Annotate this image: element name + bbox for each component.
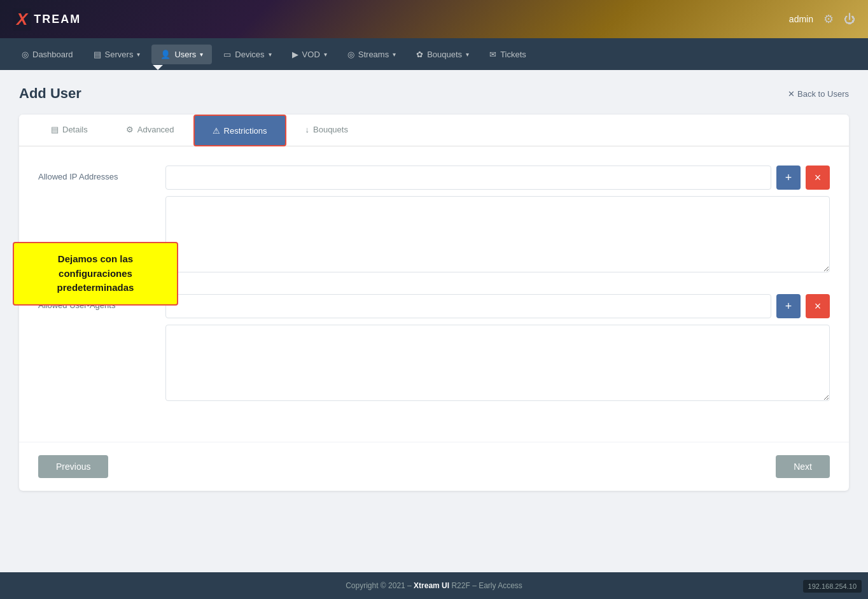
sidebar-item-dashboard[interactable]: ◎ Dashboard — [13, 45, 82, 64]
back-label: Back to Users — [797, 89, 849, 99]
sidebar-item-vod[interactable]: ▶ VOD ▾ — [283, 45, 336, 64]
chevron-down-icon: ▾ — [466, 51, 469, 58]
tab-label: Restrictions — [224, 126, 267, 136]
tab-advanced[interactable]: ⚙ Advanced — [107, 115, 193, 146]
allowed-ua-input[interactable] — [165, 294, 771, 318]
annotation-box: Dejamos con las configuracionespredeterm… — [13, 242, 178, 306]
logo: X TREAM — [13, 8, 81, 31]
allowed-ua-controls: + × — [165, 294, 830, 404]
logo-x: X — [13, 8, 31, 31]
allowed-ip-input[interactable] — [165, 166, 771, 190]
subnav: ◎ Dashboard ▤ Servers ▾ 👤 Users ▾ ▭ Devi… — [0, 38, 868, 70]
back-to-users-link[interactable]: ✕ Back to Users — [788, 89, 849, 99]
power-icon[interactable]: ⏻ — [844, 13, 855, 26]
topnav-right: admin ⚙ ⏻ — [789, 12, 855, 26]
tickets-icon: ✉ — [489, 50, 496, 59]
page-header: Add User ✕ Back to Users — [19, 85, 849, 102]
sidebar-item-devices[interactable]: ▭ Devices ▾ — [214, 45, 280, 64]
form-footer: Previous Next — [19, 442, 849, 491]
sidebar-item-servers[interactable]: ▤ Servers ▾ — [85, 45, 150, 64]
tab-label: Advanced — [137, 125, 174, 134]
sidebar-item-streams[interactable]: ◎ Streams ▾ — [339, 45, 405, 64]
admin-label: admin — [789, 14, 813, 24]
chevron-down-icon: ▾ — [393, 51, 396, 58]
topnav: X TREAM admin ⚙ ⏻ — [0, 0, 868, 38]
active-indicator — [153, 65, 163, 70]
chevron-down-icon: ▾ — [324, 51, 327, 58]
bouquets-tab-icon: ↓ — [305, 125, 310, 134]
remove-ip-button[interactable]: × — [806, 166, 830, 190]
sidebar-item-bouquets[interactable]: ✿ Bouquets ▾ — [407, 45, 478, 64]
back-icon: ✕ — [788, 89, 795, 99]
logo-text: TREAM — [34, 13, 81, 26]
chevron-down-icon: ▾ — [269, 51, 272, 58]
sidebar-item-label: Users — [174, 50, 196, 59]
footer-brand: Xtream UI — [414, 581, 449, 590]
vod-icon: ▶ — [292, 50, 298, 59]
add-ip-button[interactable]: + — [776, 166, 801, 190]
sidebar-item-label: Bouquets — [427, 50, 462, 59]
tab-restrictions[interactable]: ⚠ Restrictions — [193, 115, 286, 146]
page-footer: Copyright © 2021 – Xtream UI R22F – Earl… — [0, 572, 868, 599]
sidebar-item-label: Servers — [105, 50, 134, 59]
sidebar-item-label: Streams — [358, 50, 389, 59]
devices-icon: ▭ — [223, 50, 231, 59]
previous-button[interactable]: Previous — [38, 455, 108, 478]
allowed-ip-input-row: + × — [165, 166, 830, 190]
allowed-ua-row: Allowed User-Agents + × — [38, 294, 830, 404]
page-title: Add User — [19, 85, 81, 102]
allowed-ua-textarea[interactable] — [165, 325, 830, 401]
sidebar-item-tickets[interactable]: ✉ Tickets — [480, 45, 535, 64]
restrictions-icon: ⚠ — [213, 126, 220, 136]
main-content: Add User ✕ Back to Users ▤ Details ⚙ Adv… — [0, 70, 868, 572]
streams-icon: ◎ — [347, 50, 354, 59]
chevron-down-icon: ▾ — [200, 51, 203, 58]
chevron-down-icon: ▾ — [137, 51, 140, 58]
sidebar-item-label: Dashboard — [32, 50, 73, 59]
tab-label: Details — [62, 125, 88, 134]
tab-bouquets[interactable]: ↓ Bouquets — [286, 115, 367, 146]
tab-bar: ▤ Details ⚙ Advanced ⚠ Restrictions ↓ Bo… — [19, 115, 849, 146]
add-ua-button[interactable]: + — [776, 294, 801, 318]
servers-icon: ▤ — [94, 50, 101, 59]
remove-ua-button[interactable]: × — [806, 294, 830, 318]
settings-icon[interactable]: ⚙ — [823, 12, 834, 26]
allowed-ip-label: Allowed IP Addresses — [38, 166, 153, 181]
details-icon: ▤ — [51, 125, 59, 134]
allowed-ip-controls: + × — [165, 166, 830, 275]
allowed-ip-textarea[interactable] — [165, 196, 830, 272]
bouquets-icon: ✿ — [416, 50, 423, 59]
sidebar-item-label: Devices — [235, 50, 264, 59]
tab-details[interactable]: ▤ Details — [32, 115, 107, 146]
dashboard-icon: ◎ — [22, 50, 29, 59]
tab-label: Bouquets — [313, 125, 348, 134]
advanced-icon: ⚙ — [126, 125, 134, 134]
footer-version: R22F – Early Access — [451, 581, 522, 590]
annotation-text: Dejamos con las configuracionespredeterm… — [57, 253, 134, 293]
footer-text: Copyright © 2021 – — [346, 581, 414, 590]
allowed-ua-input-row: + × — [165, 294, 830, 318]
ip-badge: 192.168.254.10 — [803, 580, 862, 593]
sidebar-item-label: Tickets — [500, 50, 526, 59]
users-icon: 👤 — [160, 50, 171, 59]
sidebar-item-label: VOD — [302, 50, 320, 59]
next-button[interactable]: Next — [776, 455, 830, 478]
sidebar-item-users[interactable]: 👤 Users ▾ — [151, 45, 212, 64]
